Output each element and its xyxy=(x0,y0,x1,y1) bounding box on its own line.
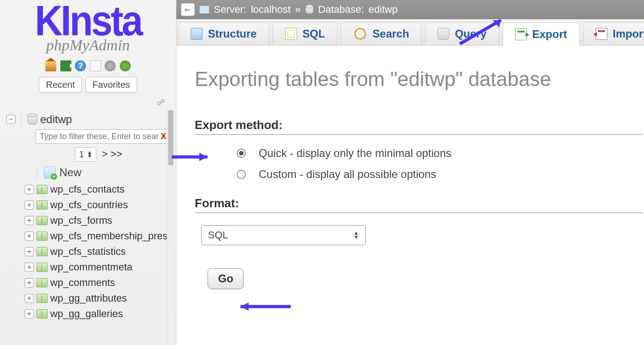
table-row[interactable]: +wp_cfs_membership_prese xyxy=(25,228,173,244)
expand-icon[interactable]: + xyxy=(25,263,34,272)
help-icon[interactable]: ? xyxy=(75,60,86,71)
logo: KInsta phpMyAdmin xyxy=(0,0,176,56)
table-row[interactable]: +wp_cfs_contacts xyxy=(25,182,173,197)
tab-label: Search xyxy=(373,27,409,40)
radio-custom[interactable] xyxy=(237,170,246,179)
tab-query[interactable]: Query xyxy=(425,22,499,45)
table-row[interactable]: +wp_cfs_forms xyxy=(25,213,173,228)
table-row[interactable]: +wp_gg_attributes xyxy=(25,291,173,306)
breadcrumb: ← Server: localhost » Database: editwp xyxy=(176,0,644,19)
home-icon[interactable] xyxy=(45,60,56,71)
table-name[interactable]: wp_cfs_statistics xyxy=(50,246,126,258)
table-icon xyxy=(37,294,48,303)
expand-icon[interactable]: + xyxy=(25,278,34,287)
table-name[interactable]: wp_gg_galleries xyxy=(50,308,123,320)
expand-icon[interactable]: + xyxy=(25,309,34,318)
search-icon xyxy=(354,28,366,40)
db-tree: − editwp X 1 ▲▼ > >> New +wp_ xyxy=(0,109,176,345)
link-icon[interactable]: ☍ xyxy=(0,97,176,109)
tab-label: SQL xyxy=(303,27,325,40)
sidebar-toolbar: ? xyxy=(0,56,176,75)
tab-structure[interactable]: Structure xyxy=(178,22,269,45)
tab-label: Export xyxy=(532,28,567,41)
brand-logo: KInsta xyxy=(35,2,141,40)
radio-quick-label: Quick - display only the minimal options xyxy=(259,147,452,160)
structure-icon xyxy=(191,28,202,40)
page-select[interactable]: 1 ▲▼ xyxy=(75,147,96,162)
table-row[interactable]: +wp_cfs_countries xyxy=(25,197,173,213)
expand-icon[interactable]: + xyxy=(25,247,34,256)
table-icon xyxy=(37,232,48,241)
export-icon xyxy=(515,28,527,40)
sql-icon xyxy=(285,28,297,40)
database-icon xyxy=(27,114,37,124)
query-icon xyxy=(437,28,449,40)
tab-export[interactable]: Export xyxy=(503,22,580,46)
new-table-label[interactable]: New xyxy=(59,166,81,179)
docs-icon[interactable] xyxy=(90,60,101,71)
select-arrows-icon: ▲▼ xyxy=(353,231,359,239)
content: Exporting tables from "editwp" database … xyxy=(176,46,644,300)
radio-quick[interactable] xyxy=(237,149,246,158)
table-name[interactable]: wp_commentmeta xyxy=(50,261,133,273)
stepper-icon: ▲▼ xyxy=(87,151,92,158)
tree-filter-input[interactable] xyxy=(36,129,173,144)
table-icon xyxy=(37,263,48,272)
logout-icon[interactable] xyxy=(60,60,71,71)
tab-label: Query xyxy=(455,27,486,40)
tab-label: Structure xyxy=(208,27,257,40)
tab-import[interactable]: Import xyxy=(583,22,644,45)
expand-icon[interactable]: + xyxy=(25,232,34,241)
expand-icon[interactable]: + xyxy=(25,294,34,303)
scrollbar[interactable] xyxy=(167,109,174,345)
collapse-icon[interactable]: − xyxy=(6,115,16,124)
radio-quick-row[interactable]: Quick - display only the minimal options xyxy=(195,147,643,160)
table-row[interactable]: +wp_commentmeta xyxy=(25,259,173,275)
import-icon xyxy=(596,28,607,40)
table-name[interactable]: wp_cfs_forms xyxy=(50,215,112,226)
db-name-crumb[interactable]: editwp xyxy=(368,4,398,16)
server-name[interactable]: localhost xyxy=(251,4,291,16)
table-row[interactable]: +wp_gg_galleries xyxy=(25,306,173,322)
db-name[interactable]: editwp xyxy=(40,113,72,126)
expand-icon[interactable]: + xyxy=(25,216,34,225)
table-icon xyxy=(37,200,48,210)
next-page[interactable]: > >> xyxy=(102,148,122,160)
favorites-button[interactable]: Favorites xyxy=(85,77,137,93)
server-icon xyxy=(199,5,209,14)
radio-custom-row[interactable]: Custom - display all possible options xyxy=(195,168,643,181)
format-select[interactable]: SQL ▲▼ xyxy=(201,225,366,245)
back-button[interactable]: ← xyxy=(181,3,195,16)
format-value: SQL xyxy=(208,229,228,241)
table-row[interactable]: +wp_comments xyxy=(25,275,173,291)
table-row[interactable]: +wp_cfs_statistics xyxy=(25,244,173,259)
database-icon xyxy=(305,5,314,14)
go-button[interactable]: Go xyxy=(208,268,244,289)
reload-icon[interactable] xyxy=(120,60,131,71)
tab-sql[interactable]: SQL xyxy=(273,22,337,45)
expand-icon[interactable]: + xyxy=(25,185,34,194)
db-label: Database: xyxy=(318,4,364,16)
table-name[interactable]: wp_cfs_membership_prese xyxy=(50,230,173,242)
page-number: 1 xyxy=(79,149,84,160)
new-table-icon[interactable] xyxy=(44,167,56,178)
tab-label: Import xyxy=(613,27,644,40)
tabs: Structure SQL Search Query Export Import xyxy=(176,19,644,46)
radio-custom-label: Custom - display all possible options xyxy=(259,168,436,181)
table-icon xyxy=(37,216,48,225)
table-icon xyxy=(37,278,48,287)
tab-search[interactable]: Search xyxy=(341,22,421,45)
settings-icon[interactable] xyxy=(105,60,116,71)
table-icon xyxy=(37,247,48,256)
format-heading: Format: xyxy=(195,196,643,213)
recent-button[interactable]: Recent xyxy=(39,77,81,93)
clear-filter-icon[interactable]: X xyxy=(161,132,166,141)
main: ← Server: localhost » Database: editwp S… xyxy=(176,0,644,345)
sidebar: KInsta phpMyAdmin ? Recent Favorites ☍ −… xyxy=(0,0,176,345)
server-label: Server: xyxy=(214,4,246,16)
table-name[interactable]: wp_comments xyxy=(50,277,115,289)
expand-icon[interactable]: + xyxy=(25,200,34,210)
table-name[interactable]: wp_cfs_countries xyxy=(50,199,128,211)
table-name[interactable]: wp_cfs_contacts xyxy=(50,183,125,195)
table-name[interactable]: wp_gg_attributes xyxy=(50,292,127,304)
